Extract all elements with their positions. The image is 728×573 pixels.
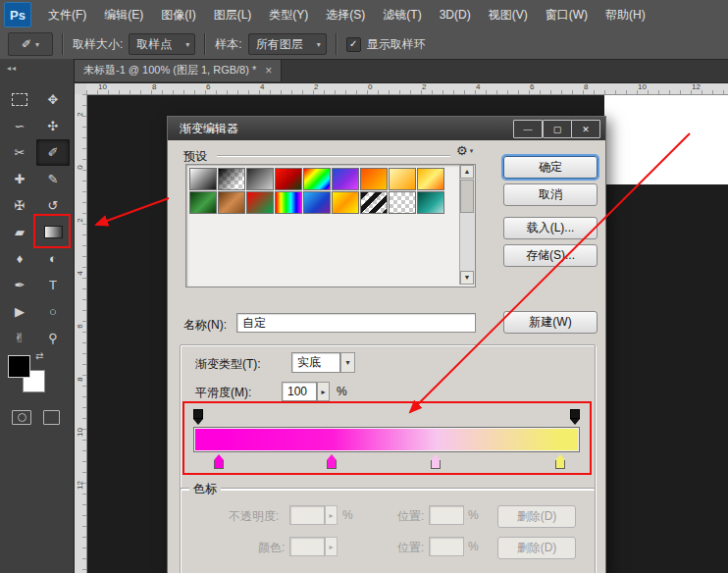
load-button[interactable]: 载入(L)... xyxy=(503,217,598,239)
path-selection-tool[interactable]: ▶ xyxy=(3,298,36,325)
hand-tool[interactable]: ✌ xyxy=(3,325,36,351)
gradient-preset-9[interactable] xyxy=(417,168,444,190)
ellipse-tool[interactable]: ○ xyxy=(36,298,70,325)
gradient-preset-6[interactable] xyxy=(332,168,359,190)
menu-item[interactable]: 3D(D) xyxy=(431,0,480,29)
brush-tool[interactable]: ✎ xyxy=(36,166,70,192)
smoothness-spinner-icon[interactable]: ▸ xyxy=(317,382,330,401)
menu-item[interactable]: 编辑(E) xyxy=(95,0,152,29)
screen-mode-button[interactable] xyxy=(43,410,60,425)
clone-stamp-tool[interactable]: ✠ xyxy=(3,192,36,219)
pen-tool[interactable]: ✒ xyxy=(3,272,36,298)
tab-close-icon[interactable]: × xyxy=(265,64,272,78)
new-button[interactable]: 新建(W) xyxy=(503,311,598,334)
lasso-tool[interactable]: ∽ xyxy=(3,113,36,139)
minimize-button[interactable]: — xyxy=(513,120,543,138)
gradient-preset-7[interactable] xyxy=(360,168,388,190)
dialog-title-bar[interactable]: 渐变编辑器 — ▢ ✕ xyxy=(168,117,605,140)
color-location-input[interactable] xyxy=(429,537,464,556)
scroll-thumb[interactable] xyxy=(460,180,474,213)
smoothness-input[interactable]: 100 xyxy=(282,382,317,401)
gradient-preset-15[interactable] xyxy=(332,191,359,214)
document-tab[interactable]: 未标题-1 @ 100% (图层 1, RGB/8) * × xyxy=(75,59,282,81)
location-input[interactable] xyxy=(429,505,464,525)
type-tool-icon: T xyxy=(49,278,57,292)
gradient-preset-1[interactable] xyxy=(189,168,217,190)
save-button[interactable]: 存储(S)... xyxy=(503,244,598,267)
scroll-up-icon[interactable]: ▲ xyxy=(460,165,474,179)
gradient-preset-17[interactable] xyxy=(389,191,416,214)
close-button[interactable]: ✕ xyxy=(571,120,600,138)
name-input[interactable]: 自定 xyxy=(236,313,476,333)
gradient-preset-13[interactable] xyxy=(275,191,302,214)
document-canvas[interactable] xyxy=(604,94,728,184)
opacity-spinner-icon[interactable]: ▸ xyxy=(325,505,338,525)
gradient-preset-14[interactable] xyxy=(303,191,331,214)
menu-item[interactable]: 文件(F) xyxy=(39,0,95,29)
color-stop[interactable] xyxy=(214,454,224,471)
presets-divider xyxy=(217,155,450,156)
presets-scrollbar[interactable]: ▲ ▼ xyxy=(459,165,475,285)
zoom-tool[interactable]: ⚲ xyxy=(36,325,70,351)
gradient-preset-12[interactable] xyxy=(246,191,274,214)
menu-item[interactable]: 图像(I) xyxy=(152,0,204,29)
color-swatch-field[interactable] xyxy=(289,537,325,556)
gradient-type-caret-icon[interactable]: ▾ xyxy=(340,352,355,373)
swap-colors-icon[interactable]: ⇄ xyxy=(35,350,43,361)
delete-opacity-stop-button[interactable]: 删除(D) xyxy=(497,505,576,528)
quick-selection-tool[interactable]: ✣ xyxy=(36,113,70,139)
presets-menu-button[interactable]: ⚙ ▾ xyxy=(456,143,473,158)
healing-brush-tool[interactable]: ✚ xyxy=(3,166,36,192)
gradient-preset-3[interactable] xyxy=(246,168,274,190)
type-tool[interactable]: T xyxy=(36,272,70,298)
sample-size-dropdown[interactable]: 取样点 ▾ xyxy=(129,33,195,55)
move-tool[interactable]: ✥ xyxy=(36,86,70,113)
color-stop[interactable] xyxy=(431,454,441,471)
gradient-preset-5[interactable] xyxy=(303,168,331,190)
history-brush-tool[interactable]: ↺ xyxy=(36,192,70,219)
opacity-stop[interactable] xyxy=(570,409,580,427)
gradient-preview-bar[interactable] xyxy=(193,427,580,452)
vertical-ruler: 2024681012 xyxy=(74,94,87,573)
crop-tool[interactable]: ✂ xyxy=(3,139,36,166)
gradient-preset-2[interactable] xyxy=(218,168,245,190)
menu-item[interactable]: 图层(L) xyxy=(205,0,261,29)
show-sampling-ring-checkbox[interactable]: ✓ xyxy=(346,37,361,52)
eraser-tool[interactable]: ▰ xyxy=(3,219,36,245)
dodge-tool[interactable]: ◐ xyxy=(36,245,70,272)
gradient-preset-16[interactable] xyxy=(360,191,388,214)
color-picker-caret-icon[interactable]: ▸ xyxy=(325,537,338,556)
sample-dropdown[interactable]: 所有图层 ▾ xyxy=(248,33,327,55)
tool-preset-picker[interactable]: ✐ ▾ xyxy=(8,32,53,56)
gradient-tool-icon xyxy=(44,226,63,238)
foreground-color-swatch[interactable] xyxy=(8,355,30,378)
ok-button[interactable]: 确定 xyxy=(503,156,598,179)
color-stop[interactable] xyxy=(555,454,565,471)
opacity-input[interactable] xyxy=(289,505,325,525)
panel-collapse-icon[interactable]: ◂◂ xyxy=(0,59,74,82)
eyedropper-tool[interactable]: ✐ xyxy=(36,139,70,166)
menu-item[interactable]: 帮助(H) xyxy=(597,0,654,29)
menu-item[interactable]: 类型(Y) xyxy=(260,0,317,29)
gradient-tool[interactable] xyxy=(36,219,70,245)
menu-item[interactable]: 滤镜(T) xyxy=(374,0,430,29)
ruler-h-number: 8 xyxy=(152,82,156,91)
gradient-type-select[interactable]: 实底 xyxy=(291,352,340,373)
delete-color-stop-button[interactable]: 删除(D) xyxy=(497,537,576,559)
menu-item[interactable]: 选择(S) xyxy=(317,0,374,29)
gradient-preset-8[interactable] xyxy=(389,168,416,190)
blur-tool[interactable]: ♦ xyxy=(3,245,36,272)
color-stop[interactable] xyxy=(327,454,337,471)
menu-item[interactable]: 窗口(W) xyxy=(537,0,597,29)
opacity-stop[interactable] xyxy=(193,409,203,427)
gradient-preset-4[interactable] xyxy=(275,168,302,190)
quick-mask-button[interactable] xyxy=(12,410,31,425)
gradient-preset-18[interactable] xyxy=(417,191,444,214)
maximize-button[interactable]: ▢ xyxy=(543,120,572,138)
cancel-button[interactable]: 取消 xyxy=(503,183,598,206)
scroll-down-icon[interactable]: ▼ xyxy=(460,271,474,285)
rectangular-marquee-tool[interactable] xyxy=(3,86,36,113)
gradient-preset-11[interactable] xyxy=(218,191,245,214)
gradient-preset-10[interactable] xyxy=(189,191,217,214)
menu-item[interactable]: 视图(V) xyxy=(480,0,537,29)
